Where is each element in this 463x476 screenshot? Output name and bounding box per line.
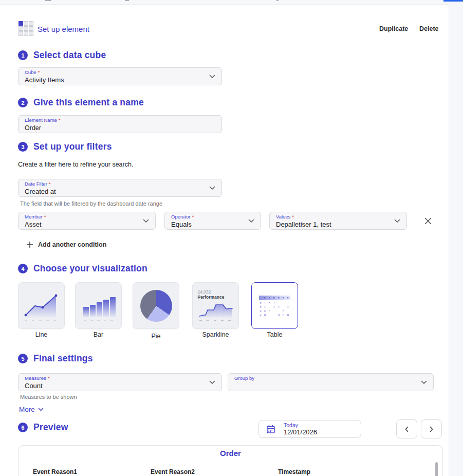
date-filter-label: Date Filter <box>25 181 47 187</box>
required-asterisk: * <box>38 70 40 75</box>
clipped-toolbar-fragment <box>125 0 129 1</box>
operator-label: Operator <box>171 214 191 219</box>
date-filter-value: Created at <box>25 188 215 196</box>
prev-date-button[interactable] <box>396 419 417 438</box>
step-1-heading: 1 Select data cube <box>18 50 106 61</box>
measures-value: Count <box>25 382 215 390</box>
step-5-heading: 5 Final settings <box>18 353 93 364</box>
column-header-event-reason2: Event Reason2 <box>151 468 195 475</box>
chevron-right-icon <box>429 426 434 432</box>
viz-label-line: Line <box>18 331 65 338</box>
viz-label-table: Table <box>251 331 298 338</box>
setup-element-panel: Set up element Duplicate Delete 1 Select… <box>0 0 463 476</box>
viz-option-table[interactable] <box>251 282 298 329</box>
required-asterisk: * <box>49 181 51 187</box>
member-select[interactable]: Member* Asset <box>18 212 156 230</box>
group-by-select[interactable]: Group by <box>228 373 434 391</box>
step-2-heading: 2 Give this element a name <box>18 97 144 108</box>
step-number-badge: 3 <box>18 142 28 152</box>
add-condition-button[interactable]: Add another condition <box>25 240 107 249</box>
remove-condition-button[interactable] <box>423 216 433 226</box>
table-chart-icon <box>258 292 292 319</box>
date-picker-label: Today <box>284 422 317 428</box>
preview-table: Order Event Reason1 Event Reason2 Timest… <box>18 445 443 476</box>
date-picker-value: 12/01/2026 <box>284 428 317 436</box>
group-by-label: Group by <box>234 376 254 381</box>
clipped-blue-accent-bar <box>443 0 463 2</box>
delete-button[interactable]: Delete <box>417 24 441 33</box>
add-condition-label: Add another condition <box>38 241 106 248</box>
step-title: Set up your filters <box>33 141 112 152</box>
duplicate-button[interactable]: Duplicate <box>377 24 410 33</box>
values-value: Depalletiser 1, test <box>276 221 400 229</box>
page-scroll-gutter[interactable] <box>449 4 463 476</box>
step-3-heading: 3 Set up your filters <box>18 141 112 152</box>
clipped-toolbar-fragment <box>45 0 51 1</box>
sparkline-chart-icon <box>198 301 234 322</box>
measures-helper: Measures to be shown <box>20 394 77 400</box>
chevron-down-icon <box>38 408 44 411</box>
chevron-down-icon <box>209 75 215 79</box>
values-label: Values <box>276 214 290 219</box>
element-name-label: Element Name <box>25 118 57 123</box>
operator-value: Equals <box>171 221 254 229</box>
line-chart-icon <box>23 290 60 322</box>
viz-label-sparkline: Sparkline <box>192 331 239 338</box>
required-asterisk: * <box>292 214 294 219</box>
close-icon <box>424 217 432 225</box>
sparkline-sample-value: 24,032 <box>198 289 211 295</box>
element-name-input[interactable]: Element Name* Order <box>18 115 222 133</box>
date-filter-select[interactable]: Date Filter* Created at <box>18 179 222 197</box>
column-header-timestamp: Timestamp <box>278 468 310 475</box>
step-title: Choose your visualization <box>33 263 147 274</box>
chevron-down-icon <box>421 380 427 385</box>
clipped-toolbar-strip <box>0 0 463 5</box>
viz-label-bar: Bar <box>75 331 122 338</box>
cube-label: Cube <box>25 70 36 75</box>
sparkline-sample-caption: Performance <box>198 295 225 300</box>
step-number-badge: 5 <box>18 354 28 363</box>
bar-chart-icon <box>80 290 117 322</box>
member-label: Member <box>25 214 43 219</box>
more-toggle[interactable]: More <box>18 405 45 414</box>
step-number-badge: 2 <box>18 98 28 107</box>
step-title: Give this element a name <box>33 97 144 108</box>
step-number-badge: 4 <box>18 264 28 273</box>
cube-value: Activity Items <box>25 76 215 84</box>
step-6-heading: 6 Preview <box>18 422 68 433</box>
pie-chart-icon <box>140 290 172 322</box>
chevron-down-icon <box>143 219 149 223</box>
step-title: Preview <box>33 422 68 433</box>
preview-table-title: Order <box>18 449 442 457</box>
more-label: More <box>19 406 35 413</box>
values-select[interactable]: Values* Depalletiser 1, test <box>269 212 407 230</box>
measures-select[interactable]: Measures* Count <box>18 373 222 391</box>
viz-option-line[interactable] <box>18 282 65 329</box>
clipped-toolbar-fragment <box>276 0 279 1</box>
element-grid-icon <box>18 21 34 37</box>
chevron-left-icon <box>404 426 409 432</box>
plus-icon <box>26 241 33 248</box>
element-name-value: Order <box>25 124 215 132</box>
column-header-event-reason1: Event Reason1 <box>33 468 77 475</box>
step-number-badge: 1 <box>18 50 28 60</box>
viz-option-bar[interactable] <box>75 282 122 329</box>
panel-title: Set up element <box>38 25 89 33</box>
required-asterisk: * <box>192 214 194 219</box>
step-number-badge: 6 <box>18 423 28 432</box>
operator-select[interactable]: Operator* Equals <box>164 212 261 230</box>
viz-label-pie: Pie <box>133 333 179 340</box>
preview-date-picker[interactable]: Today 12/01/2026 <box>258 420 361 438</box>
chevron-down-icon <box>209 380 215 385</box>
cube-select[interactable]: Cube* Activity Items <box>18 67 222 85</box>
table-scrollbar-thumb[interactable] <box>435 462 438 476</box>
chevron-down-icon <box>248 219 254 223</box>
step-title: Select data cube <box>33 50 106 61</box>
chevron-down-icon <box>394 219 400 223</box>
viz-option-pie[interactable] <box>133 282 179 329</box>
date-filter-helper: The field that will be filtered by the d… <box>20 200 162 207</box>
step-4-heading: 4 Choose your visualization <box>18 263 147 274</box>
next-date-button[interactable] <box>421 419 442 438</box>
step-title: Final settings <box>33 353 93 364</box>
viz-option-sparkline[interactable]: 24,032 Performance <box>192 282 239 329</box>
